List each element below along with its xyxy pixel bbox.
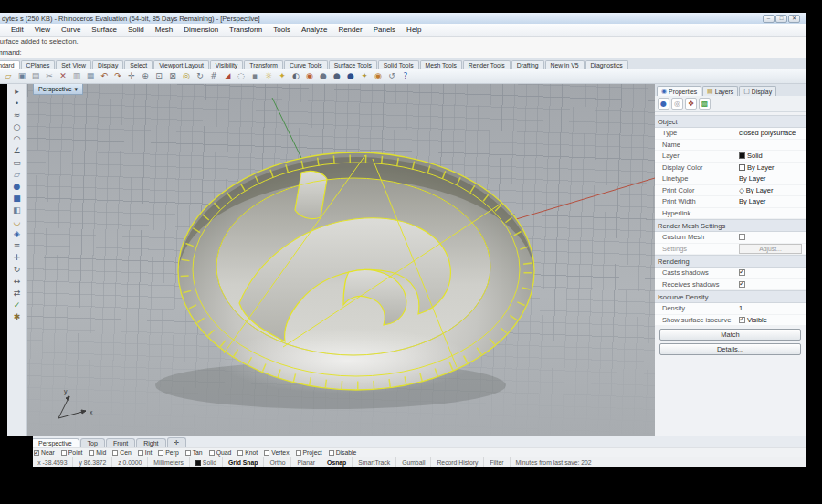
menu-item[interactable]: Transform bbox=[224, 26, 268, 34]
panel-tab[interactable]: ▢ Display bbox=[739, 86, 776, 96]
match-button[interactable]: Match bbox=[659, 329, 801, 341]
show-isocurve-checkbox[interactable] bbox=[739, 317, 745, 323]
eraser-icon[interactable]: ◢ bbox=[221, 70, 234, 82]
toolbar-tab[interactable]: Curve Tools bbox=[284, 60, 328, 69]
osnap-option[interactable]: Near bbox=[34, 449, 55, 456]
pan-view-icon[interactable]: ✛ bbox=[125, 70, 138, 82]
toolbar-tab[interactable]: Drafting bbox=[511, 60, 544, 69]
close-button[interactable]: ✕ bbox=[788, 15, 800, 23]
status-toggle[interactable]: Filter bbox=[484, 457, 510, 467]
status-cell[interactable]: y 86.3872 bbox=[73, 457, 112, 467]
casts-shadows-checkbox[interactable] bbox=[739, 269, 745, 276]
rotate-icon[interactable]: ↻ bbox=[11, 264, 23, 276]
zoom-selected-icon[interactable]: ◎ bbox=[180, 70, 193, 82]
menu-item[interactable]: Tools bbox=[268, 26, 296, 34]
box-icon[interactable]: ■ bbox=[11, 193, 23, 205]
mirror-icon[interactable]: ⇄ bbox=[11, 288, 23, 299]
osnap-option[interactable]: Tan bbox=[185, 449, 203, 456]
toolbar-tab[interactable]: Set View bbox=[56, 60, 91, 69]
rectangle-icon[interactable]: ▭ bbox=[11, 157, 23, 169]
toolbar-tab[interactable]: Select bbox=[124, 60, 153, 69]
toolbar-tab[interactable]: Visibility bbox=[210, 60, 243, 69]
viewport-tab[interactable]: Perspective bbox=[31, 438, 79, 447]
menu-item[interactable]: View bbox=[29, 26, 56, 34]
osnap-option[interactable]: Mid bbox=[89, 449, 106, 456]
osnap-option[interactable]: Point bbox=[61, 449, 83, 456]
rotate-view-icon[interactable]: ↻ bbox=[194, 70, 206, 82]
viewport-title-tab[interactable]: Perspective ▾ bbox=[33, 84, 83, 95]
flashlight-icon[interactable]: ✦ bbox=[276, 70, 289, 82]
circle-icon[interactable]: ○ bbox=[11, 121, 23, 133]
status-cell[interactable]: z 0.0000 bbox=[112, 457, 148, 467]
material-icon[interactable]: ◎ bbox=[671, 98, 683, 110]
print-icon[interactable]: ▤ bbox=[29, 70, 42, 82]
property-row[interactable]: Linetype By Layer bbox=[655, 173, 806, 185]
toolbar-tab[interactable]: Surface Tools bbox=[329, 60, 377, 69]
osnap-checkbox[interactable] bbox=[89, 450, 94, 456]
zoom-extents-icon[interactable]: ⊠ bbox=[166, 70, 179, 82]
copy-icon[interactable]: ▥ bbox=[70, 70, 83, 82]
open-file-icon[interactable]: ▱ bbox=[2, 70, 15, 82]
scale-icon[interactable]: ↔ bbox=[11, 276, 23, 288]
toolbar-tab[interactable]: Viewport Layout bbox=[153, 60, 209, 69]
toolbar-tab[interactable]: Solid Tools bbox=[378, 60, 419, 69]
cut-icon[interactable]: ✂ bbox=[43, 70, 56, 82]
status-cell[interactable]: Millimeters bbox=[148, 457, 189, 467]
property-row[interactable]: Hyperlink bbox=[655, 208, 806, 220]
receives-shadows-checkbox[interactable] bbox=[739, 281, 745, 288]
extrude-icon[interactable]: ◧ bbox=[11, 205, 23, 216]
arc-icon[interactable]: ◠ bbox=[11, 133, 23, 145]
texture-mapping-icon[interactable]: ❖ bbox=[685, 98, 697, 110]
osnap-option[interactable]: Perp bbox=[158, 449, 178, 456]
status-toggle[interactable]: Grid Snap bbox=[223, 457, 264, 467]
menu-item[interactable]: Analyze bbox=[296, 26, 332, 34]
osnap-checkbox[interactable] bbox=[296, 450, 301, 456]
viewport-tab[interactable]: ✛ bbox=[167, 437, 187, 447]
osnap-checkbox[interactable] bbox=[138, 450, 143, 456]
density-value[interactable]: 1 bbox=[739, 304, 806, 312]
undo-icon[interactable]: ↶ bbox=[98, 70, 111, 82]
select-pointer-icon[interactable]: ▸ bbox=[11, 86, 23, 98]
lamp-icon[interactable]: ☼ bbox=[262, 70, 275, 82]
delete-icon[interactable]: ✕ bbox=[57, 70, 69, 82]
move-icon[interactable]: ✛ bbox=[11, 252, 23, 264]
osnap-option[interactable]: Quad bbox=[209, 449, 232, 456]
raytrace-display-icon[interactable]: ● bbox=[344, 70, 357, 82]
polyline-icon[interactable]: ∠ bbox=[11, 145, 23, 157]
lock-objects-icon[interactable]: ▪ bbox=[248, 70, 261, 82]
property-row[interactable]: Name bbox=[655, 140, 806, 152]
custom-mesh-checkbox[interactable] bbox=[739, 234, 745, 240]
details-button[interactable]: Details... bbox=[659, 343, 801, 355]
menu-item[interactable]: Panels bbox=[368, 26, 401, 34]
object-properties-icon[interactable]: ● bbox=[658, 98, 669, 110]
status-toggle[interactable]: SmartTrack bbox=[353, 457, 396, 467]
settings-icon[interactable]: ✱ bbox=[11, 311, 23, 323]
status-cell[interactable]: Solid bbox=[190, 457, 223, 467]
property-row[interactable]: Type closed polysurface bbox=[655, 128, 806, 140]
surface-icon[interactable]: ▱ bbox=[11, 169, 23, 181]
osnap-checkbox[interactable] bbox=[209, 450, 215, 456]
minimize-button[interactable]: – bbox=[763, 15, 775, 23]
redo-icon[interactable]: ↷ bbox=[111, 70, 124, 82]
save-icon[interactable]: ▣ bbox=[16, 70, 28, 82]
viewport-tab[interactable]: Top bbox=[80, 438, 105, 447]
toolbar-tab[interactable]: New in V5 bbox=[545, 60, 585, 69]
menu-item[interactable]: Mesh bbox=[150, 26, 179, 34]
title-bar[interactable]: dytes s (250 KB) - Rhinoceros Evaluation… bbox=[0, 13, 806, 24]
osnap-option[interactable]: Int bbox=[138, 449, 153, 456]
point-icon[interactable]: • bbox=[11, 98, 23, 110]
viewport-menu-arrow-icon[interactable]: ▾ bbox=[75, 86, 79, 93]
check-icon[interactable]: ✓ bbox=[11, 299, 23, 311]
panel-tab[interactable]: ▤ Layers bbox=[702, 86, 738, 96]
boolean-icon[interactable]: ◈ bbox=[11, 228, 23, 240]
command-prompt[interactable]: Command: bbox=[0, 47, 806, 58]
join-icon[interactable]: ≡ bbox=[11, 240, 23, 252]
toolbar-tab[interactable]: Mesh Tools bbox=[420, 60, 462, 69]
help-icon[interactable]: ? bbox=[399, 70, 412, 82]
osnap-option[interactable]: Disable bbox=[329, 449, 357, 456]
osnap-checkbox[interactable] bbox=[158, 450, 163, 456]
viewport-tab[interactable]: Front bbox=[106, 438, 135, 447]
render-color-wheel-icon[interactable]: ◉ bbox=[303, 70, 316, 82]
property-row[interactable]: Display Color By Layer bbox=[655, 163, 806, 174]
ghosted-display-icon[interactable]: ● bbox=[317, 70, 330, 82]
